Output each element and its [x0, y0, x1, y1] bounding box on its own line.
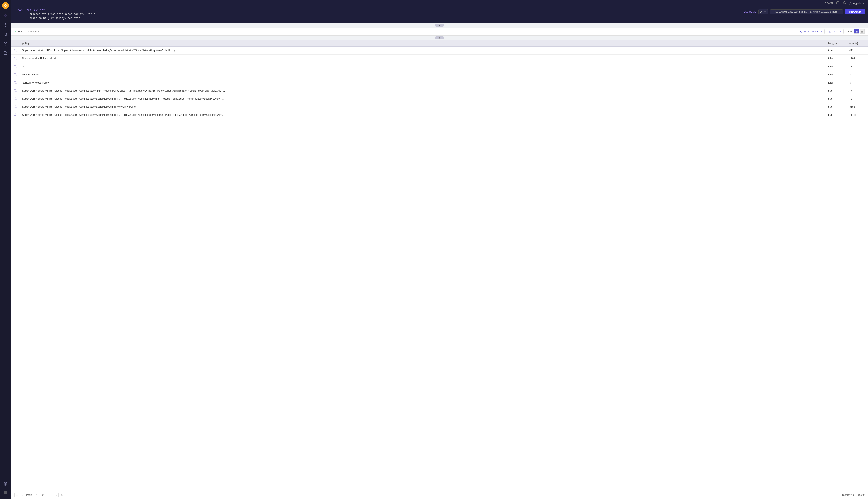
- table-body: Super_Administrator**PSN_Policy,Super_Ad…: [11, 46, 868, 119]
- col-header-icon: [11, 40, 20, 47]
- svg-rect-1: [6, 14, 7, 15]
- chart-view-grid[interactable]: ▦: [854, 29, 859, 34]
- svg-line-33: [16, 99, 16, 100]
- table-row: Success Added,Failure addedfalse1192: [11, 54, 868, 62]
- row-has-star: true: [826, 111, 847, 119]
- more-label: More: [832, 30, 838, 33]
- svg-line-37: [16, 115, 16, 116]
- page-label: Page: [26, 494, 32, 497]
- wizard-button[interactable]: Use wizard: [744, 10, 756, 13]
- svg-line-23: [16, 59, 16, 59]
- topbar: 15:36:59 logpoint: [11, 0, 868, 7]
- row-search-icon[interactable]: [14, 105, 17, 109]
- col-header-count: count(): [847, 40, 868, 47]
- svg-line-35: [16, 107, 16, 108]
- row-policy: Super_Administrator**High_Access_Policy,…: [20, 95, 826, 103]
- row-search-icon[interactable]: [14, 49, 17, 52]
- next-page-button[interactable]: ›: [48, 492, 52, 497]
- row-policy: Super_Administrator**PSN_Policy,Super_Ad…: [20, 46, 826, 54]
- svg-point-34: [14, 105, 16, 107]
- add-search-to-button[interactable]: Add Search To: [797, 29, 825, 34]
- row-has-star: false: [826, 62, 847, 71]
- last-page-button[interactable]: »: [54, 492, 59, 497]
- displaying-info: Displaying 1 - 9 of 9: [64, 494, 865, 497]
- svg-rect-0: [4, 14, 5, 15]
- query-area[interactable]: "policy"="*" | process eval("has_star=ma…: [26, 8, 742, 21]
- results-bar: ✓ Found 17,250 logs Add Search To More C…: [11, 28, 868, 36]
- svg-rect-2: [6, 16, 7, 17]
- topbar-user[interactable]: logpoint: [849, 2, 865, 5]
- time-range-picker[interactable]: THU, MAR 03, 2022 12:43:38 TO FRI, MAR 0…: [770, 9, 843, 14]
- row-icon-cell: [11, 62, 20, 71]
- svg-line-31: [16, 91, 16, 92]
- found-logs-text: Found 17,250 logs: [18, 30, 39, 33]
- sidebar-item-dashboard[interactable]: [3, 13, 8, 18]
- more-button[interactable]: More: [827, 29, 843, 34]
- row-count: 1192: [847, 54, 868, 62]
- table-row: Super_Administrator**PSN_Policy,Super_Ad…: [11, 46, 868, 54]
- info-icon[interactable]: [836, 1, 840, 5]
- svg-point-22: [14, 57, 16, 59]
- prev-page-button[interactable]: ‹: [21, 492, 25, 497]
- sidebar-menu-icon[interactable]: ☰: [4, 491, 7, 495]
- row-policy: Super_Administrator**High_Access_Policy,…: [20, 87, 826, 95]
- sidebar-item-settings[interactable]: [3, 482, 8, 487]
- query-line3: | chart count() by policy, has_star: [26, 17, 80, 20]
- col-header-has-star: has_star: [826, 40, 847, 47]
- row-search-icon[interactable]: [14, 65, 17, 69]
- table-row: Super_Administrator**High_Access_Policy,…: [11, 111, 868, 119]
- row-has-star: true: [826, 87, 847, 95]
- svg-point-14: [850, 2, 851, 3]
- svg-line-29: [16, 83, 16, 84]
- notification-icon[interactable]: [843, 1, 846, 5]
- svg-point-7: [4, 33, 7, 35]
- row-has-star: true: [826, 103, 847, 111]
- table-row: Super_Administrator**High_Access_Policy,…: [11, 103, 868, 111]
- refresh-button[interactable]: ↻: [61, 493, 64, 497]
- row-policy: Super_Administrator**High_Access_Policy,…: [20, 103, 826, 111]
- search-button[interactable]: SEARCH: [845, 9, 865, 14]
- sidebar-item-history[interactable]: [3, 41, 8, 46]
- row-search-icon[interactable]: [14, 73, 17, 76]
- row-search-icon[interactable]: [14, 97, 17, 101]
- svg-point-30: [14, 89, 16, 91]
- row-icon-cell: [11, 46, 20, 54]
- row-policy: No: [20, 62, 826, 71]
- row-count: 11: [847, 62, 868, 71]
- sidebar-item-investigate[interactable]: [3, 32, 8, 37]
- row-policy: Success Added,Failure added: [20, 54, 826, 62]
- svg-line-16: [801, 32, 802, 33]
- svg-point-32: [14, 97, 16, 99]
- expand-button[interactable]: ▼: [435, 36, 444, 39]
- row-policy: Super_Administrator**High_Access_Policy,…: [20, 111, 826, 119]
- source-select[interactable]: All: [758, 9, 768, 14]
- back-button[interactable]: BACK: [14, 8, 24, 12]
- first-page-button[interactable]: «: [14, 492, 19, 497]
- row-search-icon[interactable]: [14, 113, 17, 117]
- sidebar-item-alerts[interactable]: [3, 23, 8, 27]
- results-table-container: policy has_star count() Super_Administra…: [11, 40, 868, 491]
- row-icon-cell: [11, 103, 20, 111]
- row-search-icon[interactable]: [14, 81, 17, 85]
- svg-line-25: [16, 67, 16, 68]
- row-search-icon[interactable]: [14, 57, 17, 60]
- page-input[interactable]: [33, 492, 41, 497]
- row-icon-cell: [11, 71, 20, 78]
- collapse-button[interactable]: ▲: [435, 24, 444, 27]
- row-count: 77: [847, 87, 868, 95]
- row-has-star: false: [826, 54, 847, 62]
- sidebar-item-reports[interactable]: [3, 50, 8, 56]
- collapse-bar: ▲: [11, 23, 868, 28]
- table-row: Super_Administrator**High_Access_Policy,…: [11, 87, 868, 95]
- svg-point-24: [14, 65, 16, 67]
- row-search-icon[interactable]: [14, 89, 17, 93]
- results-table: policy has_star count() Super_Administra…: [11, 40, 868, 119]
- table-row: secured wirelessfalse3: [11, 71, 868, 78]
- row-has-star: true: [826, 95, 847, 103]
- pagination-bar: « ‹ Page of 1 › » ↻ Displaying 1 - 9 of …: [11, 491, 868, 499]
- logo: Q: [2, 2, 9, 9]
- row-count: 3683: [847, 103, 868, 111]
- chart-label: Chart: [846, 30, 852, 33]
- svg-line-21: [16, 51, 16, 51]
- chart-view-list[interactable]: ▤: [859, 29, 865, 34]
